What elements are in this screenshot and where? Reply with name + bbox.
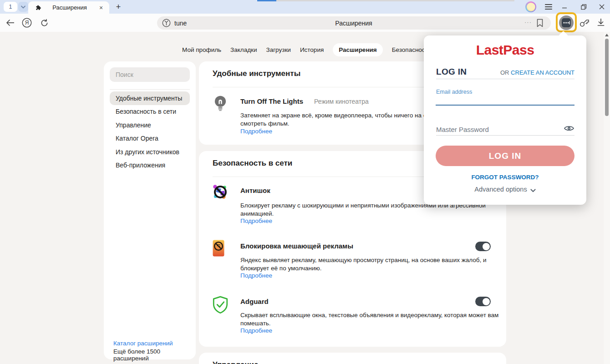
tab-bar: 1 Расширения × + xyxy=(0,0,610,14)
login-button[interactable]: LOG IN xyxy=(436,146,574,166)
adblock-toggle[interactable] xyxy=(475,242,491,251)
create-account-link[interactable]: CREATE AN ACCOUNT xyxy=(511,69,574,76)
adguard-toggle[interactable] xyxy=(475,297,491,306)
more-link[interactable]: Подробнее xyxy=(240,272,272,279)
popup-divider xyxy=(436,79,574,79)
login-heading-row: LOG IN OR CREATE AN ACCOUNT xyxy=(436,67,574,77)
tab-bookmarks[interactable]: Закладки xyxy=(230,43,257,56)
create-account-row: OR CREATE AN ACCOUNT xyxy=(500,68,574,76)
more-link[interactable]: Подробнее xyxy=(240,217,272,224)
lastpass-icon xyxy=(562,18,571,27)
new-tab-button[interactable]: + xyxy=(113,1,124,12)
tab-history[interactable]: История xyxy=(300,43,324,56)
tune-page-icon xyxy=(162,19,171,27)
tab-close-button[interactable]: × xyxy=(97,4,105,11)
chevron-down-icon xyxy=(530,189,536,192)
ad-block-icon xyxy=(213,240,224,258)
tab-downloads[interactable]: Загрузки xyxy=(266,43,291,56)
sidebar-item-network-security[interactable]: Безопасность в сети xyxy=(110,105,190,119)
section-management: Управление xyxy=(199,353,506,364)
extensions-catalog-note: Ещё более 1500 расширений xyxy=(113,348,196,362)
puzzle-icon xyxy=(36,5,42,11)
sidebar-item-opera-catalog[interactable]: Каталог Opera xyxy=(110,132,190,146)
sidebar-item-other-sources[interactable]: Из других источников xyxy=(110,145,190,159)
scrollbar-up-arrow[interactable] xyxy=(605,34,609,36)
sidebar-nav: Удобные инструменты Безопасность в сети … xyxy=(110,91,190,172)
loading-progress-fill xyxy=(257,0,276,1)
page-scrollbar[interactable] xyxy=(604,32,610,364)
minimize-icon xyxy=(562,4,567,10)
extension-name: Антишок xyxy=(240,187,270,194)
more-link[interactable]: Подробнее xyxy=(240,327,272,334)
back-button[interactable] xyxy=(5,18,15,27)
back-arrow-icon xyxy=(6,20,15,26)
sidebar-divider xyxy=(110,89,190,90)
antishock-icon xyxy=(210,182,230,204)
address-more-icon[interactable]: ··· xyxy=(524,19,532,25)
svg-text:Я: Я xyxy=(25,20,29,26)
sidebar-item-convenient-tools[interactable]: Удобные инструменты xyxy=(110,91,190,105)
close-icon xyxy=(599,4,605,10)
loading-progress-track xyxy=(257,0,514,1)
extension-name: Turn Off The Lights xyxy=(240,97,303,105)
browser-menu-button[interactable] xyxy=(544,3,553,10)
passwords-key-icon[interactable] xyxy=(579,18,590,28)
section-title: Безопасность в сети xyxy=(213,159,292,168)
window-restore-button[interactable] xyxy=(579,2,588,11)
extension-subtitle: Режим кинотеатра xyxy=(314,98,369,105)
address-bar[interactable]: tune Расширения ··· xyxy=(157,16,551,30)
search-input[interactable] xyxy=(110,67,190,82)
download-icon xyxy=(596,18,605,27)
section-title: Управление xyxy=(213,360,258,364)
extension-name: Adguard xyxy=(240,298,269,305)
refresh-icon xyxy=(40,19,49,27)
tab-count-button[interactable]: 1 xyxy=(4,2,17,12)
email-field[interactable] xyxy=(436,94,574,106)
bookmark-icon[interactable] xyxy=(536,19,544,27)
yandex-logo-button[interactable]: Я xyxy=(22,18,32,28)
extension-description: Яндекс выявляет рекламу, мешающую просмо… xyxy=(240,256,487,273)
restore-icon xyxy=(581,4,587,10)
avatar-face xyxy=(527,3,535,11)
refresh-button[interactable] xyxy=(40,18,49,27)
browser-tab-extensions[interactable]: Расширения × xyxy=(28,1,109,14)
popup-caret xyxy=(559,31,568,40)
profile-avatar[interactable] xyxy=(525,1,536,12)
extension-title-row: Turn Off The LightsРежим кинотеатра xyxy=(240,97,369,105)
master-password-underline xyxy=(436,135,574,136)
tab-title: Расширения xyxy=(42,4,97,11)
sidebar-item-management[interactable]: Управление xyxy=(110,118,190,132)
downloads-button[interactable] xyxy=(596,18,606,28)
navigation-toolbar: Я tune Расширения ··· xyxy=(0,14,610,32)
sidebar-item-web-apps[interactable]: Веб-приложения xyxy=(110,159,190,172)
address-page-title: Расширения xyxy=(301,20,406,27)
extension-description: Скрывает всплывающие окна, текстовые объ… xyxy=(240,311,498,328)
window-close-button[interactable] xyxy=(597,2,606,11)
browser-window: 1 Расширения × + Я xyxy=(0,0,610,364)
lastpass-login-popup: LastPass LOG IN OR CREATE AN ACCOUNT Ema… xyxy=(424,35,586,205)
window-minimize-button[interactable] xyxy=(560,2,569,11)
tab-list-chevron-button[interactable] xyxy=(18,2,28,12)
scrollbar-thumb[interactable] xyxy=(605,39,609,116)
url-text: tune xyxy=(174,20,187,27)
login-heading: LOG IN xyxy=(436,67,467,77)
tab-extensions[interactable]: Расширения xyxy=(333,43,382,56)
lastpass-logo: LastPass xyxy=(424,42,586,58)
more-link[interactable]: Подробнее xyxy=(240,128,272,135)
yandex-logo-icon: Я xyxy=(22,18,32,28)
tab-my-profile[interactable]: Мой профиль xyxy=(182,43,221,56)
extensions-sidebar: Удобные инструменты Безопасность в сети … xyxy=(104,61,196,359)
master-password-field[interactable] xyxy=(436,123,554,135)
extensions-catalog-link[interactable]: Каталог расширений xyxy=(113,340,173,347)
forgot-password-link[interactable]: FORGOT PASSWORD? xyxy=(424,174,586,181)
section-title: Удобные инструменты xyxy=(213,69,300,78)
chevron-down-icon xyxy=(21,5,25,9)
turn-off-the-lights-icon xyxy=(212,95,229,115)
lastpass-extension-button[interactable] xyxy=(559,15,574,30)
adguard-shield-icon xyxy=(212,296,229,316)
show-password-eye-icon[interactable] xyxy=(564,125,574,132)
extension-name: Блокировка мешающей рекламы xyxy=(240,242,353,250)
site-icon xyxy=(162,19,171,27)
advanced-options-toggle[interactable]: Advanced options xyxy=(424,186,586,193)
